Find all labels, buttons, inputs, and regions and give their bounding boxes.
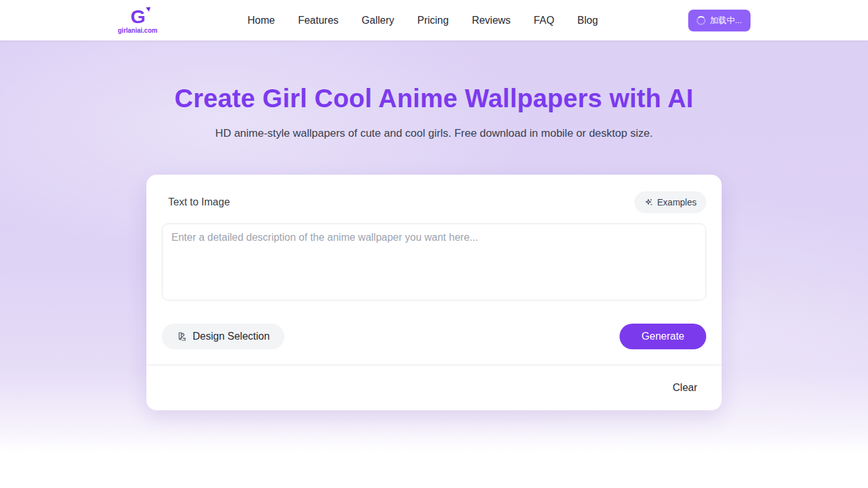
nav-item-features[interactable]: Features bbox=[298, 15, 338, 26]
nav-item-faq[interactable]: FAQ bbox=[534, 15, 554, 26]
generate-button[interactable]: Generate bbox=[620, 324, 706, 349]
generator-header-row: Text to Image Examples bbox=[162, 191, 706, 213]
generator-actions-row: Design Selection Generate bbox=[162, 324, 706, 349]
mode-label: Text to Image bbox=[168, 196, 230, 208]
nav-item-home[interactable]: Home bbox=[247, 15, 275, 26]
spinner-icon bbox=[697, 16, 706, 25]
logo-mark: G bbox=[130, 7, 144, 26]
nav-item-blog[interactable]: Blog bbox=[577, 15, 598, 26]
page-title: Create Girl Cool Anime Wallpapers with A… bbox=[0, 84, 868, 113]
account-loading-button[interactable]: 加载中... bbox=[688, 10, 751, 31]
logo-spark-icon bbox=[146, 5, 152, 12]
page-subtitle: HD anime-style wallpapers of cute and co… bbox=[0, 127, 868, 140]
logo[interactable]: G girlaniai.com bbox=[118, 7, 158, 34]
logo-letter: G bbox=[130, 6, 144, 27]
nav-item-reviews[interactable]: Reviews bbox=[472, 15, 510, 26]
nav-item-gallery[interactable]: Gallery bbox=[361, 15, 394, 26]
generator-card: Text to Image Examples bbox=[146, 175, 722, 410]
examples-button-label: Examples bbox=[657, 197, 697, 207]
clear-button[interactable]: Clear bbox=[673, 382, 697, 394]
swatches-icon bbox=[177, 331, 187, 342]
navbar: G girlaniai.com Home Features Gallery Pr… bbox=[0, 0, 868, 40]
generator-card-footer: Clear bbox=[146, 365, 722, 410]
sparkles-icon bbox=[644, 198, 654, 207]
main-nav: Home Features Gallery Pricing Reviews FA… bbox=[247, 15, 598, 26]
design-selection-button[interactable]: Design Selection bbox=[162, 324, 284, 349]
hero-section: Create Girl Cool Anime Wallpapers with A… bbox=[0, 40, 868, 453]
generator-card-body: Text to Image Examples bbox=[146, 175, 722, 365]
lower-white-area bbox=[0, 453, 868, 488]
examples-button[interactable]: Examples bbox=[634, 191, 706, 213]
loading-button-label: 加载中... bbox=[710, 15, 742, 26]
nav-item-pricing[interactable]: Pricing bbox=[417, 15, 449, 26]
design-selection-label: Design Selection bbox=[193, 331, 270, 342]
prompt-input[interactable] bbox=[162, 223, 706, 301]
navbar-inner: G girlaniai.com Home Features Gallery Pr… bbox=[118, 0, 751, 40]
logo-domain-text: girlaniai.com bbox=[118, 28, 158, 34]
